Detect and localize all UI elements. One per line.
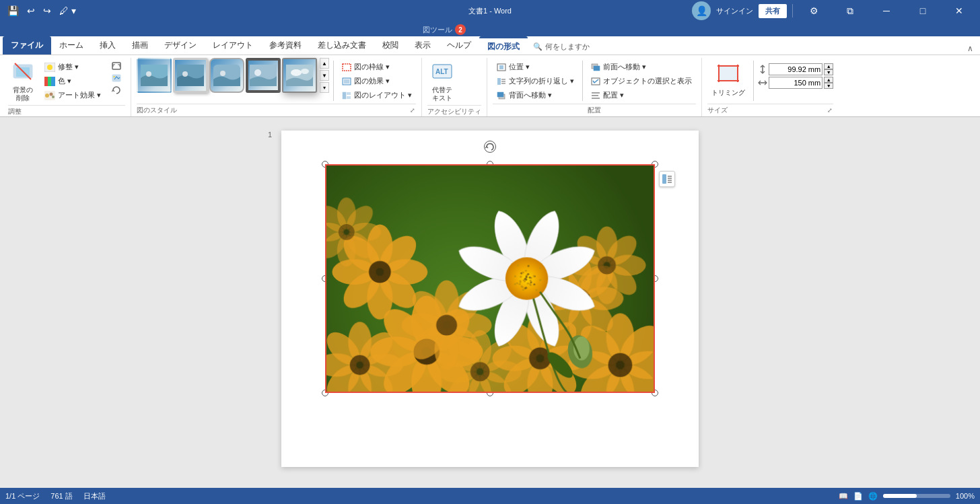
web-view-icon[interactable]: 🌐: [868, 492, 878, 501]
tab-draw[interactable]: 描画: [124, 36, 156, 55]
alt-text-icon: ALT: [431, 61, 453, 85]
height-up-button[interactable]: ▲: [824, 63, 833, 69]
size-group-label: サイズ ⤢: [707, 104, 833, 116]
width-down-button[interactable]: ▼: [824, 83, 833, 89]
color-label: 色 ▾: [58, 76, 71, 86]
customize-qa-icon[interactable]: 🖊 ▾: [57, 4, 78, 17]
status-bar: 1/1 ページ 761 語 日本語 📖 📄 🌐 100%: [0, 488, 980, 504]
tool-badge: 2: [455, 24, 466, 35]
layout-float-button[interactable]: [659, 171, 675, 187]
rotate-handle[interactable]: [484, 141, 496, 153]
width-up-button[interactable]: ▲: [824, 77, 833, 83]
styles-dialog-launcher[interactable]: ⤢: [409, 106, 416, 114]
reset-picture-button[interactable]: [108, 85, 125, 96]
svg-rect-31: [347, 96, 351, 99]
tab-references[interactable]: 参考資料: [261, 36, 310, 55]
tab-review[interactable]: 校閲: [374, 36, 407, 55]
width-input-row: ▲ ▼: [758, 77, 833, 89]
adjust-buttons: 背景の削除 修整 ▾ 色 ▾ アート効果 ▾: [8, 58, 125, 105]
save-icon[interactable]: 💾: [5, 4, 21, 17]
selected-image[interactable]: [325, 164, 655, 393]
tab-home[interactable]: ホーム: [51, 36, 92, 55]
zoom-slider-fill: [883, 494, 917, 498]
svg-rect-7: [51, 77, 55, 86]
page-marker: 1: [268, 131, 272, 139]
svg-rect-43: [594, 66, 600, 71]
send-to-back-button[interactable]: 前面へ移動 ▾: [587, 61, 696, 73]
alt-text-label: 代替テキスト: [432, 86, 452, 102]
tab-picture-format[interactable]: 図の形式: [479, 36, 528, 55]
gallery-down-button[interactable]: ▼: [320, 70, 329, 81]
align-button[interactable]: 配置 ▾: [587, 89, 696, 102]
close-button[interactable]: ✕: [944, 0, 975, 22]
maximize-button[interactable]: □: [907, 0, 938, 22]
image-layout-button[interactable]: 図のレイアウト ▾: [338, 89, 416, 102]
zoom-level[interactable]: 100%: [956, 492, 975, 500]
border-label: 図の枠線 ▾: [354, 62, 390, 72]
selection-pane-button[interactable]: オブジェクトの選択と表示: [587, 75, 696, 87]
image-style-5[interactable]: [282, 58, 317, 93]
image-styles-content: ▲ ▼ ▾ 図の枠線 ▾ 図の効果 ▾ 図のレイアウト ▾: [137, 58, 416, 104]
ribbon-group-adjust: 背景の削除 修整 ▾ 色 ▾ アート効果 ▾: [3, 58, 131, 116]
art-effect-button[interactable]: アート効果 ▾: [40, 89, 105, 102]
language: 日本語: [83, 491, 106, 501]
color-button[interactable]: 色 ▾: [40, 75, 105, 87]
image-style-2[interactable]: [173, 58, 208, 93]
change-picture-button[interactable]: [108, 73, 125, 83]
image-effect-button[interactable]: 図の効果 ▾: [338, 75, 416, 87]
svg-point-10: [50, 92, 53, 96]
redo-icon[interactable]: ↪: [41, 4, 53, 17]
accessibility-content: ALT 代替テキスト: [427, 58, 481, 105]
user-avatar[interactable]: 👤: [692, 1, 711, 20]
image-style-3[interactable]: [209, 58, 244, 93]
svg-point-20: [220, 71, 225, 76]
svg-point-22: [254, 69, 261, 76]
size-inputs: ▲ ▼ ▲ ▼: [758, 63, 833, 89]
image-container[interactable]: [325, 164, 655, 393]
width-input[interactable]: [769, 77, 823, 89]
trim-label: トリミング: [711, 89, 745, 97]
compress-image-button[interactable]: [108, 61, 125, 71]
gallery-more-button[interactable]: ▾: [320, 82, 329, 93]
image-border-button[interactable]: 図の枠線 ▾: [338, 61, 416, 73]
image-style-1[interactable]: [137, 58, 172, 93]
window-controls: 👤 サインイン 共有 ⚙ ⧉ ─ □ ✕: [692, 0, 975, 22]
tab-view[interactable]: 表示: [407, 36, 439, 55]
svg-point-25: [301, 69, 309, 74]
title-bar: 💾 ↩ ↪ 🖊 ▾ 文書1 - Word 👤 サインイン 共有 ⚙ ⧉ ─ □ …: [0, 0, 980, 22]
trim-button[interactable]: トリミング: [707, 58, 749, 100]
tab-mailings[interactable]: 差し込み文書: [310, 36, 374, 55]
undo-icon[interactable]: ↩: [25, 4, 37, 17]
correct-button[interactable]: 修整 ▾: [40, 61, 105, 73]
height-input[interactable]: [769, 63, 823, 75]
signin-label[interactable]: サインイン: [716, 6, 753, 16]
what-search-tab[interactable]: 🔍何をしますか: [528, 39, 595, 55]
position-button[interactable]: 位置 ▾: [493, 61, 578, 73]
gallery-up-button[interactable]: ▲: [320, 58, 329, 69]
settings-button[interactable]: ⚙: [798, 0, 829, 22]
document-page: 1: [281, 131, 699, 467]
size-dialog-launcher[interactable]: ⤢: [827, 106, 833, 114]
print-view-icon[interactable]: 📄: [853, 492, 863, 501]
bring-to-front-button[interactable]: 背面へ移動 ▾: [493, 89, 578, 102]
tab-layout[interactable]: レイアウト: [205, 36, 261, 55]
collapse-ribbon-button[interactable]: ∧: [963, 42, 977, 55]
share-button[interactable]: 共有: [759, 4, 787, 18]
svg-rect-30: [347, 92, 351, 95]
image-style-4[interactable]: [246, 58, 281, 93]
tab-file[interactable]: ファイル: [3, 36, 51, 55]
bring-front-label: 背面へ移動 ▾: [509, 90, 552, 100]
svg-rect-36: [497, 78, 501, 85]
minimize-button[interactable]: ─: [871, 0, 902, 22]
arrange-sep: [582, 61, 583, 101]
bg-remove-button[interactable]: 背景の削除: [8, 58, 38, 105]
tab-insert[interactable]: 挿入: [92, 36, 124, 55]
tab-design[interactable]: デザイン: [156, 36, 205, 55]
text-wrap-button[interactable]: 文字列の折り返し ▾: [493, 75, 578, 87]
alt-text-button[interactable]: ALT 代替テキスト: [427, 58, 457, 105]
tab-help[interactable]: ヘルプ: [439, 36, 479, 55]
height-down-button[interactable]: ▼: [824, 69, 833, 75]
read-view-icon[interactable]: 📖: [839, 492, 848, 501]
position-label: 位置 ▾: [509, 62, 530, 72]
restore-button[interactable]: ⧉: [835, 0, 866, 22]
